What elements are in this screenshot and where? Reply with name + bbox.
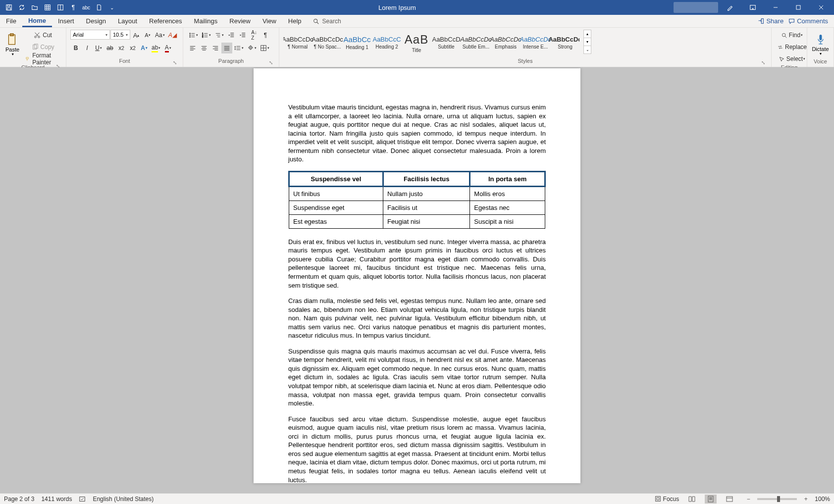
tab-help[interactable]: Help [282,15,308,27]
table-cell[interactable]: Mollis eros [470,186,545,201]
draw-icon[interactable] [719,0,741,15]
align-right-button[interactable] [210,43,221,53]
qat-customize-icon[interactable]: ⌄ [106,1,118,13]
gallery-down-button[interactable]: ▾ [583,38,591,46]
tab-mailings[interactable]: Mailings [188,15,224,27]
spellcheck-status-icon[interactable] [79,496,86,503]
paragraph[interactable]: Fusce faucibus sed arcu vitae dictum. Su… [288,415,546,484]
gallery-more-button[interactable]: ⌄ [583,46,591,54]
zoom-slider[interactable] [757,498,797,500]
cut-button[interactable]: Cut [24,30,62,41]
autosave-icon[interactable] [16,1,28,13]
table-header[interactable]: Facilisis lectus [383,171,470,186]
layout-icon[interactable] [54,1,66,13]
show-marks-button[interactable]: ¶ [260,30,271,41]
style-subtle-em---[interactable]: AaBbCcDcSubtle Em... [462,30,490,55]
share-button[interactable]: Share [758,17,783,25]
style-heading-1[interactable]: AaBbCcHeading 1 [343,30,371,55]
focus-mode-button[interactable]: Focus [655,496,679,503]
grow-font-button[interactable]: A▴ [131,30,142,41]
zoom-in-button[interactable]: + [800,495,812,504]
document-table[interactable]: Suspendisse velFacilisis lectusIn porta … [288,171,546,229]
shrink-font-button[interactable]: A▾ [142,30,153,41]
increase-indent-button[interactable] [237,30,248,41]
italic-button[interactable]: I [82,43,93,53]
align-center-button[interactable] [199,43,209,53]
document-area[interactable]: Vestibulum vitae mauris tincidunt, egest… [0,67,834,493]
table-cell[interactable]: Est egestas [289,214,383,228]
minimize-button[interactable] [765,0,786,15]
language-indicator[interactable]: English (United States) [93,496,154,503]
paragraph-mark-icon[interactable]: ¶ [67,1,79,13]
tab-layout[interactable]: Layout [112,15,143,27]
table-cell[interactable]: Nullam justo [383,186,470,201]
table-row[interactable]: Suspendisse egetFacilisis utEgestas nec [289,201,545,214]
paste-button[interactable]: Paste▼ [4,30,21,58]
open-icon[interactable] [29,1,41,13]
multilevel-list-button[interactable]: ▾ [213,30,225,41]
table-row[interactable]: Est egestasFeugiat nisiSuscipit a nisi [289,214,545,228]
style-strong[interactable]: AaBbCcDcStrong [551,30,579,55]
table-icon[interactable] [42,1,53,13]
replace-button[interactable]: Replace [776,42,808,52]
superscript-button[interactable]: x2 [127,43,138,53]
search-box[interactable]: Search [308,15,346,27]
save-icon[interactable] [3,1,15,13]
borders-button[interactable]: ▾ [259,43,271,53]
line-spacing-button[interactable]: ▾ [233,43,245,53]
table-header[interactable]: In porta sem [470,171,545,186]
ribbon-display-icon[interactable] [742,0,764,15]
copy-button[interactable]: Copy [24,42,62,52]
style---normal[interactable]: AaBbCcDc¶ Normal [283,30,312,55]
tab-file[interactable]: File [0,15,22,27]
select-button[interactable]: Select▾ [776,53,808,64]
tab-home[interactable]: Home [22,15,52,27]
bullets-button[interactable]: ▾ [187,30,200,41]
bold-button[interactable]: B [70,43,81,53]
tab-references[interactable]: References [143,15,188,27]
table-cell[interactable]: Suspendisse eget [289,201,383,214]
find-button[interactable]: Find▾ [776,30,808,41]
style-intense-e---[interactable]: AaBbCcDcIntense E... [521,30,550,55]
paragraph[interactable]: Suspendisse quis magna quis mauris maxim… [288,347,546,408]
style-title[interactable]: AaBTitle [402,30,431,55]
tab-insert[interactable]: Insert [52,15,80,27]
table-cell[interactable]: Egestas nec [470,201,545,214]
sort-button[interactable]: A↓Z [249,30,260,41]
paragraph-dialog-launcher[interactable]: ⤡ [268,60,274,66]
shading-button[interactable]: ▾ [246,43,258,53]
web-layout-button[interactable] [724,495,735,504]
font-dialog-launcher[interactable]: ⤡ [172,60,178,66]
zoom-level[interactable]: 100% [815,496,830,503]
align-left-button[interactable] [187,43,198,53]
style-subtitle[interactable]: AaBbCcDSubtitle [432,30,461,55]
close-button[interactable] [810,0,832,15]
table-row[interactable]: Ut finibusNullam justoMollis eros [289,186,545,201]
subscript-button[interactable]: x2 [116,43,127,53]
account-badge[interactable] [674,2,718,13]
table-cell[interactable]: Facilisis ut [383,201,470,214]
font-size-combo[interactable]: 10.5▾ [110,30,130,40]
style---no-spac---[interactable]: AaBbCcDc¶ No Spac... [313,30,342,55]
numbering-button[interactable]: 123▾ [200,30,212,41]
word-count[interactable]: 1411 words [41,496,72,503]
strikethrough-button[interactable]: ab [104,43,115,53]
maximize-button[interactable] [787,0,809,15]
style-heading-2[interactable]: AaBbCcCHeading 2 [372,30,401,55]
font-color-button[interactable]: A▾ [162,43,173,53]
underline-button[interactable]: U▾ [93,43,104,53]
table-cell[interactable]: Ut finibus [289,186,383,201]
justify-button[interactable] [221,43,232,53]
clear-formatting-button[interactable]: A◢ [167,30,178,41]
tab-view[interactable]: View [257,15,282,27]
read-mode-button[interactable] [686,495,698,504]
table-header[interactable]: Suspendisse vel [289,171,383,186]
tab-design[interactable]: Design [80,15,112,27]
table-cell[interactable]: Feugiat nisi [383,214,470,228]
paragraph[interactable]: Cras diam nulla, molestie sed felis vel,… [288,297,546,340]
format-painter-button[interactable]: Format Painter [24,53,62,64]
styles-dialog-launcher[interactable]: ⤡ [760,60,766,66]
style-emphasis[interactable]: AaBbCcDcEmphasis [491,30,520,55]
dictate-button[interactable]: Dictate▼ [811,30,830,58]
highlight-button[interactable]: ab▾ [150,43,162,53]
